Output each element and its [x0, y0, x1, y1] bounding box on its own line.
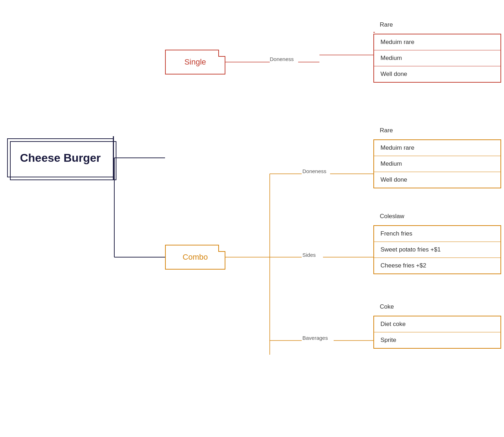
- combo-doneness-label: Doneness: [302, 168, 327, 174]
- single-doneness-box: Meduim rare Medium Well done: [373, 34, 501, 83]
- single-label: Single: [184, 57, 206, 67]
- mind-map-diagram: Cheese Burger Single Combo Doneness Rare…: [0, 0, 504, 437]
- combo-coke-label: Coke: [373, 303, 400, 310]
- single-doneness-well-done: Well done: [374, 66, 500, 82]
- combo-doneness-box: Meduim rare Medium Well done: [373, 139, 501, 188]
- combo-rare-label: Rare: [373, 127, 399, 134]
- combo-doneness-well-done: Well done: [374, 172, 500, 188]
- combo-node: Combo: [165, 245, 225, 270]
- combo-sprite: Sprite: [374, 332, 500, 348]
- single-doneness-label: Doneness: [270, 56, 294, 62]
- root-label: Cheese Burger: [20, 151, 101, 165]
- combo-beverages-box: Diet coke Sprite: [373, 316, 501, 349]
- combo-doneness-medium-rare: Meduim rare: [374, 140, 500, 156]
- single-doneness-medium-rare: Meduim rare: [374, 34, 500, 50]
- combo-coleslaw-label: Coleslaw: [373, 213, 411, 220]
- combo-cheese-fries: Cheese fries +$2: [374, 258, 500, 273]
- combo-beverages-label: Baverages: [302, 335, 328, 341]
- combo-sides-label: Sides: [302, 252, 316, 258]
- combo-sides-box: French fries Sweet potato fries +$1 Chee…: [373, 225, 501, 274]
- single-rare-label: Rare: [373, 21, 399, 28]
- combo-sweet-potato-fries: Sweet potato fries +$1: [374, 242, 500, 258]
- root-node: Cheese Burger: [7, 138, 114, 177]
- combo-diet-coke: Diet coke: [374, 316, 500, 332]
- combo-doneness-medium: Medium: [374, 156, 500, 172]
- combo-label: Combo: [183, 253, 208, 262]
- combo-french-fries: French fries: [374, 226, 500, 242]
- single-doneness-medium: Medium: [374, 50, 500, 66]
- single-node: Single: [165, 50, 225, 74]
- single-doneness-list: [373, 32, 375, 33]
